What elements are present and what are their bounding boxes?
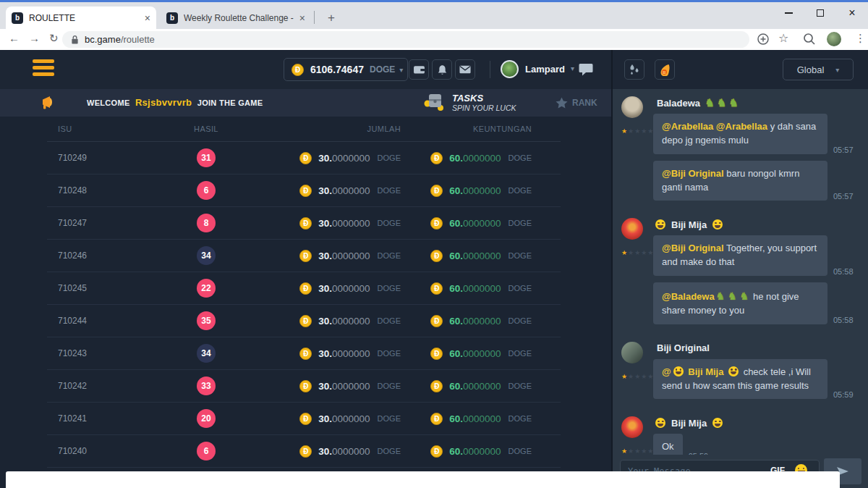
notifications-button[interactable]	[432, 59, 452, 80]
hamburger-menu-icon[interactable]	[33, 59, 54, 79]
mail-icon	[459, 65, 471, 74]
bet-amount-cell: Ð30.0000000DOGE	[250, 315, 405, 327]
doge-coin-icon: Ð	[430, 152, 443, 164]
bet-profit-value: 60.	[449, 218, 463, 229]
bet-result-cell: 22	[163, 279, 250, 298]
bet-amount-value: 30.	[318, 381, 332, 392]
currency-label: DOGE	[509, 219, 532, 227]
currency-label: DOGE	[509, 349, 532, 358]
minimize-button[interactable]	[773, 2, 804, 24]
col-header-isu: ISU	[47, 125, 163, 133]
tab-roulette[interactable]: b ROULETTE ×	[6, 7, 156, 29]
window-controls: ×	[773, 2, 868, 24]
bookmark-star-icon[interactable]: ☆	[778, 31, 788, 45]
bet-amount-cell: Ð30.0000000DOGE	[250, 282, 405, 295]
chat-user-avatar[interactable]	[621, 96, 643, 118]
welcome-player-name: Rsjsbvvrvrb	[135, 97, 192, 108]
browser-menu-icon[interactable]: ⋮	[855, 32, 866, 45]
tab-close-icon[interactable]: ×	[299, 12, 305, 24]
result-number-badge: 6	[197, 181, 216, 200]
back-icon[interactable]: ←	[9, 32, 20, 44]
currency-label: DOGE	[378, 251, 401, 260]
bet-profit-cell: Ð60.0000000DOGE	[405, 217, 561, 230]
balance-selector[interactable]: Ð 6106.74647 DOGE ▾	[284, 58, 408, 81]
close-button[interactable]: ×	[836, 2, 868, 24]
result-number-badge: 34	[197, 246, 216, 265]
currency-label: DOGE	[378, 153, 401, 162]
header-divider	[490, 61, 490, 78]
chevron-down-icon[interactable]: ▾	[571, 64, 574, 72]
table-row: 710249 31 Ð30.0000000DOGE Ð60.0000000DOG…	[47, 142, 561, 174]
table-body: 710249 31 Ð30.0000000DOGE Ð60.0000000DOG…	[47, 142, 561, 468]
doge-coin-icon: Ð	[299, 348, 312, 360]
currency-label: DOGE	[509, 153, 532, 162]
bet-profit-cell: Ð60.0000000DOGE	[405, 445, 561, 458]
chat-message: @Baladewa♞♞♞ he not give share money to …	[653, 282, 859, 324]
chat-username[interactable]: Biji Mija	[653, 416, 859, 429]
laugh-emoji	[712, 418, 723, 428]
user-avatar[interactable]	[501, 60, 519, 78]
chat-username[interactable]: Biji Original	[653, 342, 859, 355]
chat-bubble: @Arabellaa @Arabellaa y dah sana depo jg…	[653, 114, 827, 154]
rain-button[interactable]	[624, 59, 644, 80]
bet-amount-cell: Ð30.0000000DOGE	[250, 380, 405, 392]
rank-label: RANK	[572, 98, 597, 108]
bet-history-table: ISU HASIL JUMLAH KEUNTUNGAN 710249 31 Ð3…	[47, 117, 561, 468]
url-field[interactable]: bc.game/roulette	[62, 31, 749, 48]
browser-profile-avatar[interactable]	[827, 32, 841, 46]
chat-username[interactable]: Baladewa♞♞♞	[653, 96, 859, 109]
bet-result-cell: 35	[163, 311, 250, 330]
chat-user-avatar[interactable]	[621, 342, 643, 363]
tab-close-icon[interactable]: ×	[145, 12, 150, 24]
chat-channel-label: Global	[797, 64, 825, 75]
tasks-button[interactable]: TASKS SPIN YOUR LUCK	[423, 91, 516, 113]
chat-user-avatar[interactable]	[621, 416, 643, 438]
messages-button[interactable]	[455, 59, 475, 80]
currency-label: DOGE	[509, 316, 532, 325]
bet-amount-value: 30.	[318, 348, 332, 359]
new-tab-button[interactable]: +	[323, 9, 340, 27]
chat-message-group: ★★★★★ Biji Mija @Biji Original Together,…	[621, 218, 859, 330]
username[interactable]: Lampard	[525, 64, 565, 75]
bet-profit-value: 60.	[449, 446, 463, 457]
wallet-button[interactable]	[409, 59, 429, 80]
bet-result-cell: 8	[163, 214, 250, 232]
doge-coin-icon: Ð	[299, 282, 312, 295]
rank-button[interactable]: RANK	[556, 97, 597, 109]
browser-window: b ROULETTE × b Weekly Roulette Challenge…	[0, 0, 868, 488]
chat-user-avatar[interactable]	[621, 218, 643, 240]
bet-profit-cell: Ð60.0000000DOGE	[405, 250, 561, 262]
chat-username[interactable]: Biji Mija	[653, 218, 859, 231]
currency-label: DOGE	[378, 349, 401, 358]
zoom-extension-icon[interactable]	[757, 33, 770, 46]
chat-channel-dropdown[interactable]: Global ▾	[783, 59, 854, 80]
chat-message: @ Biji Mija check tele ,i Will send u ho…	[653, 359, 859, 400]
user-star-rating: ★★★★★	[621, 123, 653, 136]
coin-drop-button[interactable]: B	[655, 59, 675, 80]
megaphone-icon	[40, 96, 57, 110]
site-header: Ð 6106.74647 DOGE ▾	[0, 50, 611, 89]
search-extension-icon[interactable]	[803, 33, 816, 46]
refresh-icon[interactable]: ↻	[49, 32, 59, 45]
doge-coin-icon: Ð	[430, 445, 443, 458]
result-number-badge: 35	[197, 311, 216, 330]
currency-label: DOGE	[509, 251, 532, 260]
bet-issue: 710240	[47, 446, 163, 456]
laugh-emoji	[673, 366, 684, 376]
chat-sidebar: B Global ▾ ★★★★★ Baladewa♞♞♞ @Arabellaa …	[611, 50, 868, 488]
chat-bubble: @Baladewa♞♞♞ he not give share money to …	[653, 282, 827, 324]
maximize-button[interactable]	[804, 2, 836, 24]
bet-amount-cell: Ð30.0000000DOGE	[250, 152, 405, 164]
balance-amount: 6106.74647	[310, 64, 364, 75]
chat-message: @Arabellaa @Arabellaa y dah sana depo jg…	[653, 114, 859, 154]
welcome-suffix: JOIN THE GAME	[197, 98, 263, 107]
page-content: Ð 6106.74647 DOGE ▾	[0, 50, 868, 488]
url-text: bc.game/roulette	[85, 34, 155, 45]
col-header-jumlah: JUMLAH	[250, 125, 405, 133]
tab-weekly-challenge[interactable]: b Weekly Roulette Challenge - Win ×	[161, 7, 311, 29]
welcome-label: WELCOME	[87, 98, 130, 107]
chat-toggle-button[interactable]	[576, 60, 595, 79]
forward-icon[interactable]: →	[29, 32, 40, 44]
chat-message-group: ★★★★★ Biji Original @ Biji Mija check te…	[621, 342, 859, 406]
chat-bubble: @Biji Original baru nongol kmrn ganti na…	[653, 161, 827, 201]
